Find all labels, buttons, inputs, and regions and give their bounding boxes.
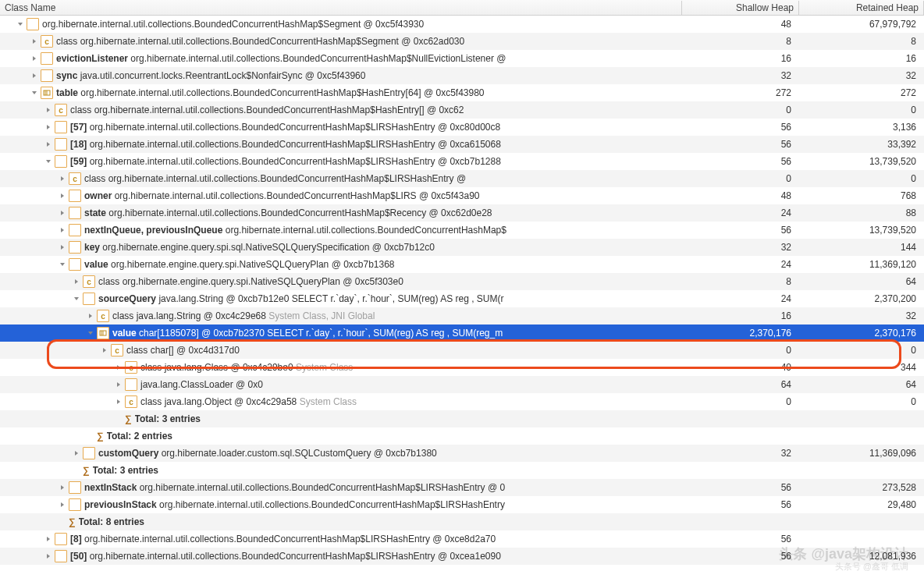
shallow-heap-value: 2,370,176 [682,328,799,339]
tree-row[interactable]: ∑Total: 8 entries [0,513,924,530]
shallow-heap-value: 56 [682,225,799,236]
shallow-heap-value: 32 [682,242,799,253]
tree-row[interactable]: ∑Total: 2 entries [0,427,924,445]
tree-row[interactable]: c class java.lang.Class @ 0xc4c29be0 Sys… [0,359,924,376]
row-label: class org.hibernate.internal.util.collec… [84,173,466,184]
tree-row[interactable]: c class java.lang.String @ 0xc4c29e68 Sy… [0,307,924,325]
disclosure-right-icon[interactable] [114,397,123,406]
object-icon [27,18,39,30]
row-label: class org.hibernate.internal.util.collec… [70,105,464,115]
tree-row[interactable]: nextInStack org.hibernate.internal.util.… [0,479,924,496]
row-label: [59] org.hibernate.internal.util.collect… [70,156,501,167]
tree-row[interactable]: table org.hibernate.internal.util.collec… [0,84,924,101]
disclosure-right-icon[interactable] [100,346,109,355]
disclosure-right-icon[interactable] [30,37,39,46]
header-retained-heap[interactable]: Retained Heap [799,1,924,15]
tree-row[interactable]: customQuery org.hibernate.loader.custom.… [0,445,924,462]
tree-row[interactable]: c class org.hibernate.internal.util.coll… [0,33,924,50]
disclosure-right-icon[interactable] [58,208,67,218]
disclosure-down-icon[interactable] [16,20,25,29]
retained-heap-value: 32 [799,310,924,321]
disclosure-right-icon[interactable] [58,225,67,235]
disclosure-right-icon[interactable] [44,140,53,149]
tree-row[interactable]: c class org.hibernate.engine.query.spi.N… [0,273,924,290]
tree-row[interactable]: c class char[] @ 0xc4d317d000 [0,342,924,359]
tree-row[interactable]: value org.hibernate.engine.query.spi.Nat… [0,256,924,273]
tree-row[interactable]: c class org.hibernate.internal.util.coll… [0,170,924,187]
tree-row[interactable]: [57] org.hibernate.internal.util.collect… [0,119,924,136]
object-icon [55,138,67,151]
tree-row[interactable]: java.lang.ClassLoader @ 0x0 6464 [0,376,924,393]
disclosure-right-icon[interactable] [44,551,53,561]
shallow-heap-value: 56 [682,122,799,133]
disclosure-down-icon[interactable] [44,157,53,166]
tree-row[interactable]: org.hibernate.internal.util.collections.… [0,16,924,33]
retained-heap-value: 768 [799,190,924,201]
object-icon [69,258,81,271]
tree-row[interactable]: state org.hibernate.internal.util.collec… [0,204,924,222]
retained-heap-value: 273,528 [799,482,924,493]
disclosure-right-icon[interactable] [44,534,53,544]
disclosure-right-icon[interactable] [58,243,67,252]
disclosure-down-icon[interactable] [86,328,95,338]
tree-row[interactable]: ∑Total: 3 entries [0,410,924,427]
field-name: value [84,259,108,270]
disclosure-right-icon[interactable] [72,277,81,286]
retained-heap-value: 144 [799,242,924,253]
tree-row[interactable]: [59] org.hibernate.internal.util.collect… [0,153,924,170]
retained-heap-value: 33,392 [799,139,924,150]
watermark-sub: 头条号 @鑫哥 低调 [835,561,908,571]
field-name: [8] [70,534,82,544]
shallow-heap-value: 0 [682,396,799,407]
tree-row[interactable]: key org.hibernate.engine.query.spi.sql.N… [0,239,924,256]
disclosure-right-icon[interactable] [44,105,53,115]
disclosure-right-icon[interactable] [114,363,123,372]
disclosure-right-icon[interactable] [72,449,81,458]
object-icon [83,293,95,305]
disclosure-down-icon[interactable] [72,294,81,303]
tree-row[interactable]: evictionListener org.hibernate.internal.… [0,50,924,67]
tree-row[interactable]: [18] org.hibernate.internal.util.collect… [0,136,924,153]
shallow-heap-value: 56 [682,139,799,150]
tree-row[interactable]: value char[1185078] @ 0xcb7b2370 SELECT … [0,325,924,342]
field-name: sourceQuery [98,293,156,304]
disclosure-right-icon[interactable] [58,500,67,509]
retained-heap-value: 0 [799,105,924,115]
field-name: [18] [70,139,87,150]
class-icon: c [97,310,109,322]
disclosure-right-icon[interactable] [30,54,39,63]
header-shallow-heap[interactable]: Shallow Heap [682,1,799,15]
tree-row[interactable]: sourceQuery java.lang.String @ 0xcb7b12e… [0,290,924,307]
disclosure-right-icon[interactable] [58,174,67,183]
shallow-heap-value: 0 [682,105,799,115]
header-class-name[interactable]: Class Name [0,1,682,15]
disclosure-down-icon[interactable] [58,260,67,269]
shallow-heap-value: 56 [682,534,799,544]
disclosure-right-icon[interactable] [30,71,39,80]
row-label: customQuery org.hibernate.loader.custom.… [98,448,437,459]
object-icon [55,121,67,133]
row-label: [57] org.hibernate.internal.util.collect… [70,122,500,133]
tree-row[interactable]: sync java.util.concurrent.locks.Reentran… [0,67,924,84]
retained-heap-value: 344 [799,362,924,373]
tree-row[interactable]: c class org.hibernate.internal.util.coll… [0,101,924,119]
sigma-icon: ∑ [125,413,132,424]
retained-heap-value: 0 [799,396,924,407]
class-icon: c [111,344,123,356]
tree-rows: org.hibernate.internal.util.collections.… [0,16,924,565]
class-icon: c [41,35,53,48]
row-label: class java.lang.Class @ 0xc4c29be0 Syste… [140,362,353,373]
tree-row[interactable]: nextInQueue, previousInQueue org.hiberna… [0,222,924,239]
tree-row[interactable]: owner org.hibernate.internal.util.collec… [0,187,924,204]
disclosure-right-icon[interactable] [114,380,123,389]
retained-heap-value: 8 [799,36,924,47]
disclosure-right-icon[interactable] [44,122,53,132]
tree-row[interactable]: ∑Total: 3 entries [0,462,924,479]
disclosure-right-icon[interactable] [58,483,67,492]
disclosure-right-icon[interactable] [86,311,95,321]
tree-row[interactable]: previousInStack org.hibernate.internal.u… [0,496,924,513]
tree-row[interactable]: c class java.lang.Object @ 0xc4c29a58 Sy… [0,393,924,410]
shallow-heap-value: 16 [682,53,799,64]
disclosure-down-icon[interactable] [30,88,39,98]
disclosure-right-icon[interactable] [58,191,67,200]
